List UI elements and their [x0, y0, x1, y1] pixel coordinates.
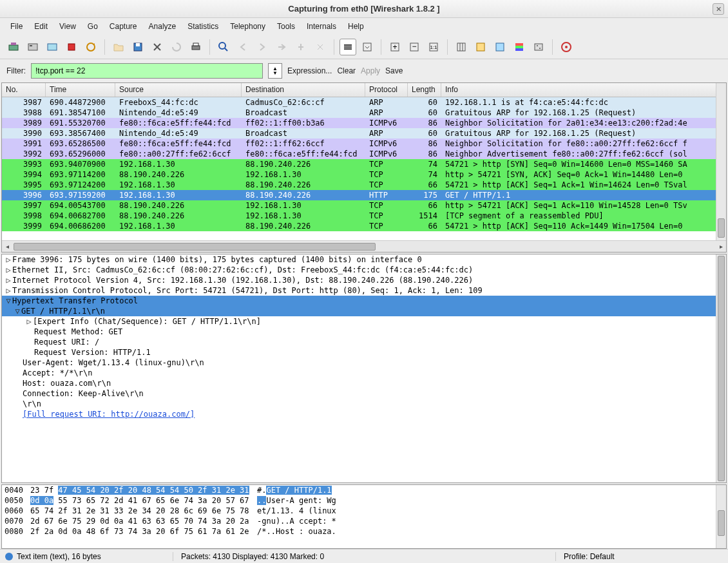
menu-internals[interactable]: Internals: [302, 20, 341, 33]
detail-crlf[interactable]: \r\n: [2, 399, 726, 409]
hex-row[interactable]: 00500d 0a 55 73 65 72 2d 41 67 65 6e 74 …: [2, 495, 726, 506]
save-filter-button[interactable]: Save: [385, 66, 403, 75]
packet-row[interactable]: 3987690.44872900FreeboxS_44:fc:dcCadmusC…: [2, 97, 726, 108]
collapse-icon[interactable]: ▽: [5, 296, 12, 305]
detail-uri[interactable]: Request URI: /: [2, 337, 726, 347]
detail-tcp[interactable]: ▷Transmission Control Protocol, Src Port…: [2, 285, 726, 296]
packet-row[interactable]: 3990693.38567400Nintendo_4d:e5:49Broadca…: [2, 128, 726, 138]
clear-button[interactable]: Clear: [337, 66, 356, 75]
packet-row[interactable]: 3993693.94070900192.168.1.3088.190.240.2…: [2, 159, 726, 169]
stop-capture-icon[interactable]: [63, 39, 80, 55]
expand-icon[interactable]: ▷: [5, 265, 12, 274]
resize-cols-icon[interactable]: [453, 39, 470, 55]
hscroll-left-icon[interactable]: ◂: [2, 242, 12, 252]
packet-row[interactable]: 3996693.97159200192.168.1.3088.190.240.2…: [2, 190, 726, 200]
hex-row[interactable]: 006065 74 2f 31 2e 31 33 2e 34 20 28 6c …: [2, 506, 726, 516]
packet-row[interactable]: 3994693.9711420088.190.240.226192.168.1.…: [2, 169, 726, 180]
menu-go[interactable]: Go: [82, 20, 103, 33]
interfaces-icon[interactable]: [5, 39, 22, 55]
colorize-icon[interactable]: [340, 39, 356, 55]
hex-row[interactable]: 00802f 2a 0d 0a 48 6f 73 74 3a 20 6f 75 …: [2, 526, 726, 537]
close-file-icon[interactable]: [149, 39, 166, 55]
go-forward-icon[interactable]: [254, 39, 271, 55]
print-icon[interactable]: [187, 39, 204, 55]
menu-statistics[interactable]: Statistics: [182, 20, 224, 33]
packet-row[interactable]: 3999694.00686200192.168.1.3088.190.240.2…: [2, 221, 726, 231]
options-icon[interactable]: [24, 39, 41, 55]
packet-row[interactable]: 3995693.97124200192.168.1.3088.190.240.2…: [2, 180, 726, 190]
packet-row[interactable]: 3988691.38547100Nintendo_4d:e5:49Broadca…: [2, 108, 726, 118]
start-capture-icon[interactable]: [44, 39, 61, 55]
menu-tools[interactable]: Tools: [272, 20, 300, 33]
restart-capture-icon[interactable]: [82, 39, 99, 55]
details-vscroll[interactable]: [716, 254, 726, 482]
detail-http[interactable]: ▽Hypertext Transfer Protocol: [2, 296, 726, 306]
packet-hscroll[interactable]: ◂ ▸: [2, 240, 726, 252]
filter-dropdown-icon[interactable]: ▲▼: [268, 63, 282, 79]
status-profile[interactable]: Profile: Default: [555, 552, 723, 561]
zoom-100-icon[interactable]: 1:1: [425, 39, 442, 55]
packet-row[interactable]: 3992693.65296000fe80::a00:27ff:fe62:6ccf…: [2, 149, 726, 159]
auto-scroll-icon[interactable]: [359, 39, 376, 55]
packet-rows[interactable]: 3987690.44872900FreeboxS_44:fc:dcCadmusC…: [2, 97, 726, 240]
col-time[interactable]: Time: [46, 83, 115, 97]
packet-row[interactable]: 3998694.0068270088.190.240.226192.168.1.…: [2, 211, 726, 221]
col-source[interactable]: Source: [115, 83, 242, 97]
menu-capture[interactable]: Capture: [104, 20, 142, 33]
col-protocol[interactable]: Protocol: [365, 83, 408, 97]
coloring-rules-icon[interactable]: [511, 39, 528, 55]
packet-row[interactable]: 3997694.0054370088.190.240.226192.168.1.…: [2, 200, 726, 211]
go-first-icon[interactable]: [292, 39, 309, 55]
menu-file[interactable]: File: [5, 20, 28, 33]
packet-vscroll[interactable]: [716, 83, 726, 252]
packet-row[interactable]: 3991693.65286500fe80::f6ca:e5ff:fe44:fcd…: [2, 138, 726, 149]
packet-details-pane[interactable]: ▷Frame 3996: 175 bytes on wire (1400 bit…: [1, 254, 727, 483]
expression-button[interactable]: Expression...: [287, 66, 332, 75]
go-to-icon[interactable]: [273, 39, 290, 55]
detail-user-agent[interactable]: User-Agent: Wget/1.13.4 (linux-gnu)\r\n: [2, 358, 726, 368]
expand-icon[interactable]: ▷: [25, 317, 33, 326]
collapse-icon[interactable]: ▽: [14, 307, 21, 316]
expand-icon[interactable]: ▷: [5, 255, 12, 264]
packet-row[interactable]: 3989691.55320700fe80::f6ca:e5ff:fe44:fcd…: [2, 118, 726, 128]
col-info[interactable]: Info: [441, 83, 726, 97]
expand-icon[interactable]: ▷: [5, 286, 12, 295]
hscroll-right-icon[interactable]: ▸: [716, 242, 726, 252]
apply-button[interactable]: Apply: [361, 66, 380, 75]
menu-view[interactable]: View: [54, 20, 81, 33]
filter-input[interactable]: [31, 63, 263, 79]
prefs-icon[interactable]: [530, 39, 547, 55]
col-length[interactable]: Length: [408, 83, 441, 97]
menu-telephony[interactable]: Telephony: [225, 20, 271, 33]
detail-version[interactable]: Request Version: HTTP/1.1: [2, 347, 726, 358]
go-last-icon[interactable]: [312, 39, 329, 55]
col-no[interactable]: No.: [2, 83, 46, 97]
help-icon[interactable]: [558, 39, 575, 55]
detail-get-line[interactable]: ▽GET / HTTP/1.1\r\n: [2, 306, 726, 316]
save-icon[interactable]: [129, 39, 146, 55]
detail-accept[interactable]: Accept: */*\r\n: [2, 368, 726, 378]
close-button[interactable]: ✕: [713, 3, 724, 15]
menu-analyze[interactable]: Analyze: [144, 20, 182, 33]
detail-ethernet[interactable]: ▷Ethernet II, Src: CadmusCo_62:6c:cf (08…: [2, 265, 726, 275]
col-destination[interactable]: Destination: [242, 83, 365, 97]
detail-connection[interactable]: Connection: Keep-Alive\r\n: [2, 388, 726, 399]
detail-frame[interactable]: ▷Frame 3996: 175 bytes on wire (1400 bit…: [2, 254, 726, 265]
status-left[interactable]: Text item (text), 16 bytes: [5, 552, 173, 561]
open-file-icon[interactable]: [110, 39, 127, 55]
reload-icon[interactable]: [168, 39, 185, 55]
find-icon[interactable]: [215, 39, 232, 55]
hex-vscroll[interactable]: [716, 485, 726, 548]
display-filters-icon[interactable]: [492, 39, 508, 55]
menu-help[interactable]: Help: [343, 20, 369, 33]
detail-method[interactable]: Request Method: GET: [2, 327, 726, 337]
zoom-in-icon[interactable]: +: [387, 39, 403, 55]
detail-expert[interactable]: ▷[Expert Info (Chat/Sequence): GET / HTT…: [2, 316, 726, 327]
expert-info-icon[interactable]: [5, 553, 13, 560]
hex-row[interactable]: 00702d 67 6e 75 29 0d 0a 41 63 63 65 70 …: [2, 516, 726, 526]
menu-edit[interactable]: Edit: [29, 20, 53, 33]
detail-full-uri[interactable]: [Full request URI: http://ouaza.com/]: [2, 409, 726, 419]
expand-icon[interactable]: ▷: [5, 276, 12, 285]
detail-ip[interactable]: ▷Internet Protocol Version 4, Src: 192.1…: [2, 275, 726, 285]
zoom-out-icon[interactable]: −: [406, 39, 423, 55]
